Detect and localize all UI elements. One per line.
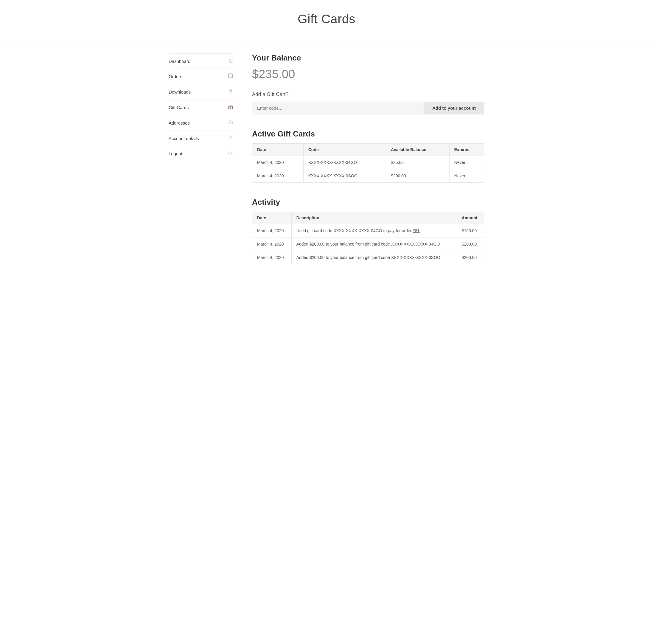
svg-point-9 <box>230 136 231 138</box>
active-gift-cards-table: Date Code Available Balance Expires Marc… <box>252 143 484 183</box>
cell-balance: $200.00 <box>386 169 449 183</box>
svg-rect-3 <box>229 89 232 93</box>
sidebar: Dashboard ⊙ Orders Downloads Gift Cards … <box>169 53 234 279</box>
main-content: Your Balance $235.00 Add a Gift Cart? Ad… <box>252 53 484 279</box>
cell-date: March 4, 2020 <box>252 169 304 183</box>
sidebar-item-logout[interactable]: Logout <box>169 146 234 161</box>
svg-rect-8 <box>230 122 231 124</box>
cell-description: Added $200.00 to your balance from gift … <box>291 238 457 251</box>
sidebar-item-label-account-details: Account details <box>169 136 199 141</box>
sidebar-item-label-gift-cards: Gift Cards <box>169 105 189 110</box>
activity-title: Activity <box>252 197 484 207</box>
activity-table: Date Description Amount March 4, 2020 Us… <box>252 212 484 264</box>
table-row: March 4, 2020 Added $200.00 to your bala… <box>252 251 484 264</box>
account-details-icon <box>227 135 234 142</box>
balance-title: Your Balance <box>252 53 484 63</box>
sidebar-item-gift-cards[interactable]: Gift Cards <box>169 100 234 115</box>
gift-cards-icon <box>227 104 234 111</box>
activity-col-date: Date <box>252 212 292 224</box>
cell-description: Used gift card code XXXX-XXXX-XXXX-04GO … <box>291 224 457 238</box>
table-row: March 4, 2020 Added $200.00 to your bala… <box>252 238 484 251</box>
col-code: Code <box>303 144 386 156</box>
cell-date: March 4, 2020 <box>252 238 292 251</box>
col-expires: Expires <box>449 144 484 156</box>
cell-date: March 4, 2020 <box>252 156 304 169</box>
active-gift-cards-section: Active Gift Cards Date Code Available Ba… <box>252 129 484 183</box>
add-gift-card-section: Add a Gift Cart? Add to your account <box>252 92 484 115</box>
cell-expires: Never <box>449 156 484 169</box>
sidebar-item-label-dashboard: Dashboard <box>169 59 190 64</box>
sidebar-item-downloads[interactable]: Downloads <box>169 84 234 100</box>
table-row: March 4, 2020 Used gift card code XXXX-X… <box>252 224 484 238</box>
add-to-account-button[interactable]: Add to your account <box>424 102 484 115</box>
sidebar-item-account-details[interactable]: Account details <box>169 131 234 146</box>
cell-balance: $35.00 <box>386 156 449 169</box>
page-header: Gift Cards <box>0 0 653 42</box>
cell-date: March 4, 2020 <box>252 224 292 238</box>
sidebar-item-label-logout: Logout <box>169 151 182 156</box>
page-title: Gift Cards <box>6 12 647 26</box>
activity-section: Activity Date Description Amount March 4… <box>252 197 484 264</box>
col-available-balance: Available Balance <box>386 144 449 156</box>
activity-col-description: Description <box>291 212 457 224</box>
active-gift-cards-title: Active Gift Cards <box>252 129 484 139</box>
activity-col-amount: Amount <box>457 212 484 224</box>
sidebar-item-label-downloads: Downloads <box>169 89 191 94</box>
addresses-icon <box>227 119 234 126</box>
cell-description: Added $200.00 to your balance from gift … <box>291 251 457 264</box>
cell-amount: $200.00 <box>457 238 484 251</box>
logout-icon <box>227 150 234 157</box>
gift-card-code-input[interactable] <box>252 102 424 115</box>
col-date: Date <box>252 144 304 156</box>
sidebar-item-orders[interactable]: Orders <box>169 69 234 84</box>
balance-section: Your Balance $235.00 <box>252 53 484 81</box>
orders-icon <box>227 73 234 80</box>
cell-code: XXXX-XXXX-XXXX-0SOO <box>303 169 386 183</box>
sidebar-item-label-addresses: Addresses <box>169 120 190 125</box>
add-gift-card-label: Add a Gift Cart? <box>252 92 484 97</box>
dashboard-icon: ⊙ <box>227 58 234 64</box>
cell-amount: $200.00 <box>457 251 484 264</box>
sidebar-item-addresses[interactable]: Addresses <box>169 115 234 131</box>
sidebar-item-dashboard[interactable]: Dashboard ⊙ <box>169 53 234 69</box>
table-row: March 4, 2020 XXXX-XXXX-XXXX-0SOO $200.0… <box>252 169 484 183</box>
svg-rect-0 <box>228 74 233 78</box>
sidebar-item-label-orders: Orders <box>169 74 182 79</box>
cell-amount: $165.00 <box>457 224 484 238</box>
downloads-icon <box>227 89 234 95</box>
balance-amount: $235.00 <box>252 67 484 81</box>
order-link[interactable]: #81 <box>413 228 419 233</box>
cell-date: March 4, 2020 <box>252 251 292 264</box>
cell-code: XXXX-XXXX-XXXX-04GO <box>303 156 386 169</box>
table-row: March 4, 2020 XXXX-XXXX-XXXX-04GO $35.00… <box>252 156 484 169</box>
cell-expires: Never <box>449 169 484 183</box>
